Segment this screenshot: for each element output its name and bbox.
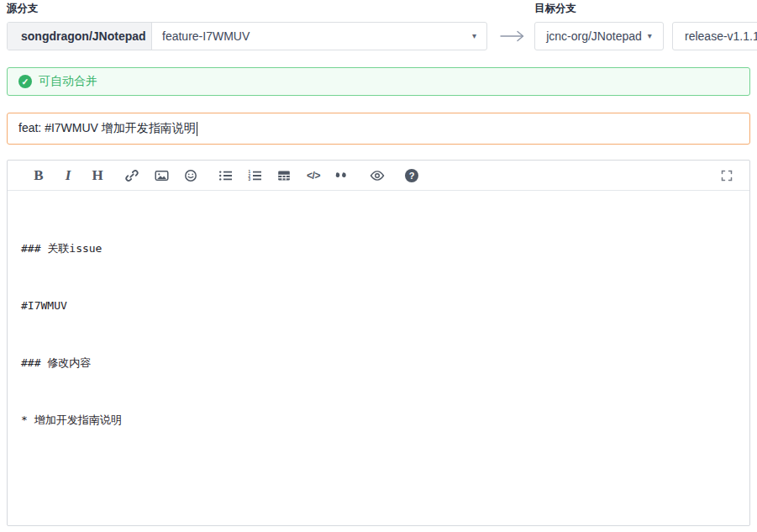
editor-line: ### 关联issue <box>21 240 736 259</box>
pr-title-input[interactable]: feat: #I7WMUV 增加开发指南说明 <box>7 113 750 145</box>
eye-icon <box>370 169 385 182</box>
target-repo-value: jcnc-org/JNotepad <box>546 29 642 43</box>
table-icon <box>277 169 291 182</box>
source-branch-selector: songdragon/JNotepad feature-I7WMUV ▾ <box>7 22 487 50</box>
chevron-down-icon: ▾ <box>648 32 652 40</box>
text-cursor <box>197 122 197 136</box>
bold-icon: B <box>34 168 43 182</box>
unordered-list-icon <box>218 169 233 182</box>
target-branch-label: 目标分支 <box>534 2 576 15</box>
target-repo-select[interactable]: jcnc-org/JNotepad ▾ <box>534 22 664 50</box>
merge-status-alert: ✓ 可自动合并 <box>7 67 750 96</box>
source-repo-value: songdragon/JNotepad <box>21 29 146 43</box>
italic-icon: I <box>66 168 71 182</box>
check-circle-icon: ✓ <box>18 75 32 88</box>
unordered-list-button[interactable] <box>216 166 234 185</box>
target-branch-select[interactable]: release-v1.1.11 <box>672 22 757 50</box>
editor-line: ### 修改内容 <box>21 354 736 373</box>
source-branch-label: 源分支 <box>7 2 39 15</box>
bold-button[interactable]: B <box>29 166 48 185</box>
source-branch-select[interactable]: feature-I7WMUV ▾ <box>152 23 486 50</box>
help-icon: ? <box>405 169 418 182</box>
link-icon <box>125 169 139 182</box>
heading-icon: H <box>92 168 103 182</box>
emoji-icon <box>184 169 197 182</box>
code-icon: </> <box>307 170 320 182</box>
editor-line: * 增加开发指南说明 <box>21 411 736 430</box>
image-button[interactable] <box>152 166 171 185</box>
table-button[interactable] <box>275 166 293 185</box>
chevron-down-icon: ▾ <box>472 32 476 40</box>
quote-icon <box>335 169 350 182</box>
code-button[interactable]: </> <box>304 166 323 185</box>
fullscreen-button[interactable] <box>718 166 736 185</box>
merge-status-text: 可自动合并 <box>39 74 97 89</box>
heading-button[interactable]: H <box>88 166 107 185</box>
ordered-list-button[interactable]: 1 2 3 <box>245 166 264 185</box>
help-button[interactable]: ? <box>402 166 421 185</box>
svg-text:3: 3 <box>248 177 250 182</box>
emoji-button[interactable] <box>181 166 200 185</box>
ordered-list-icon: 1 2 3 <box>248 169 262 182</box>
pr-title-value: feat: #I7WMUV 增加开发指南说明 <box>18 121 196 136</box>
fullscreen-icon <box>720 169 733 182</box>
preview-button[interactable] <box>368 166 386 185</box>
editor-line: #I7WMUV <box>21 297 736 316</box>
markdown-editor-textarea[interactable]: ### 关联issue #I7WMUV ### 修改内容 * 增加开发指南说明 <box>8 191 749 525</box>
target-branch-value: release-v1.1.11 <box>685 29 757 43</box>
quote-button[interactable] <box>334 166 352 185</box>
editor-toolbar: B I H <box>8 161 749 191</box>
italic-button[interactable]: I <box>59 166 77 185</box>
image-icon <box>155 169 169 182</box>
link-button[interactable] <box>123 166 141 185</box>
source-repo-select[interactable]: songdragon/JNotepad <box>8 23 152 50</box>
markdown-editor: B I H <box>7 160 750 526</box>
arrow-right-icon <box>497 22 528 50</box>
source-branch-value: feature-I7WMUV <box>162 29 250 43</box>
